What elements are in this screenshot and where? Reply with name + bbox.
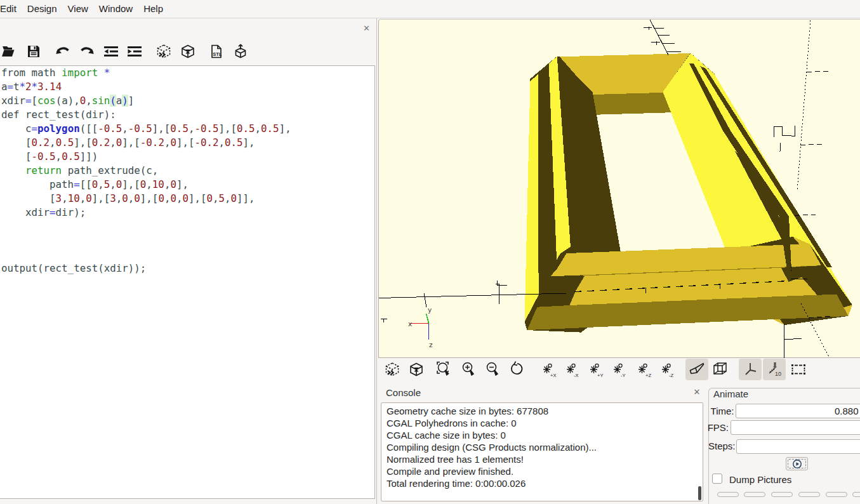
save-button[interactable] [25,42,43,61]
viewport-3d[interactable]: xyz [378,19,860,358]
code-line: a=t*2*3.14 [1,80,374,94]
code-line: path=[[0,5,0],[0,10,0], [1,178,374,192]
menu-edit[interactable]: Edit [0,0,22,18]
animate-panel: Animate Time:0.880FPS:Steps: Dump Pictur… [705,381,860,504]
code-line: xdir=[cos(a),0,sin(a)] [1,94,374,108]
print-3d-button[interactable] [232,42,249,61]
svg-text:+X: +X [550,373,556,378]
svg-text:-Z: -Z [669,373,673,378]
editor-panel: ✕ STL from math import *a=t*2*3.14xdir=[… [0,19,376,504]
code-line: return path_extrude(c, [1,164,374,178]
preview-button[interactable] [155,42,173,61]
panel-divider[interactable] [376,18,377,504]
zoom-out-button[interactable] [481,359,504,380]
zoom-all-button[interactable] [432,359,455,380]
zoom-in-button[interactable] [457,359,480,380]
vcr-button-1[interactable] [744,492,765,497]
code-line: from math import * [1,66,374,80]
axis-scale-label [774,126,782,127]
vcr-button-5[interactable] [852,492,860,497]
code-line: def rect_test(dir): [1,108,374,122]
animate-input-fps[interactable] [731,420,860,435]
show-axes-button[interactable] [739,359,762,380]
redo-button[interactable] [78,42,96,61]
render-button[interactable] [405,359,428,380]
animate-title: Animate [713,388,748,399]
view-top-icon: +Z [633,360,652,379]
view-front-button[interactable]: -Y [607,359,630,380]
view-all-button[interactable] [787,359,810,380]
vcr-button-4[interactable] [826,492,847,497]
play-button[interactable] [786,457,808,470]
dump-pictures-checkbox[interactable] [712,474,722,484]
object-face [525,74,539,322]
reset-view-button[interactable] [506,359,529,380]
console-line: Normalized tree has 1 elements! [387,453,703,465]
view-front-icon: -Y [609,360,628,379]
animate-input-time[interactable]: 0.880 [736,404,860,418]
menu-design[interactable]: Design [22,0,62,18]
render-button[interactable] [179,42,197,61]
vcr-button-0[interactable] [717,492,739,497]
render-icon [180,44,196,59]
editor-close-icon[interactable]: ✕ [362,23,371,33]
indent-icon [126,44,143,59]
console-line: Geometry cache size in bytes: 677808 [387,405,703,417]
orthographic-button[interactable] [709,359,732,380]
gizmo-y-axis [427,314,429,324]
axis-line [784,338,802,340]
perspective-button[interactable] [685,359,708,380]
code-content: from math import *a=t*2*3.14xdir=[cos(a)… [0,66,374,275]
console-close-icon[interactable]: ✕ [692,388,701,397]
axis-scale-label [497,285,508,286]
console-log[interactable]: Geometry cache size in bytes: 677808CGAL… [381,402,703,501]
show-axes-icon [741,360,760,379]
pythonscad-window: {"window":{"width":1355,"height":794},"c… [0,0,860,504]
vcr-button-2[interactable] [771,492,793,497]
view-right-icon: +X [538,360,557,379]
console-title: Console [386,387,421,398]
menu-window[interactable]: Window [93,0,138,18]
view-bottom-button[interactable]: -Z [655,359,678,380]
axis-tick-dashed [800,144,823,145]
show-scale-markers-button[interactable]: 10 [763,359,786,380]
open-button[interactable] [0,42,18,61]
axis-line [650,20,668,55]
console-scrollbar[interactable] [698,486,701,500]
save-icon [26,44,41,59]
code-line [1,234,374,248]
view-back-button[interactable]: +Y [583,359,606,380]
svg-text:-Y: -Y [621,373,626,378]
menu-bar: EditDesignViewWindowHelp [0,0,860,18]
perspective-icon [687,360,706,379]
show-scale-markers-icon: 10 [765,360,784,379]
console-line: Compile and preview finished. [387,465,703,477]
console-line: Total rendering time: 0:00:00.026 [387,477,703,489]
unindent-button[interactable] [102,42,120,61]
console-panel: Console ✕ Geometry cache size in bytes: … [379,381,705,504]
view-top-button[interactable]: +Z [632,359,654,380]
preview-button[interactable] [381,359,404,380]
animate-input-steps[interactable] [736,439,860,454]
render-icon [408,362,425,377]
gizmo-z-label: z [429,341,433,348]
export-stl-button[interactable]: STL [208,42,225,61]
axis-line [424,293,427,307]
code-line: c=polygon([[-0.5,-0.5],[0.5,-0.5],[0.5,0… [1,122,374,136]
redo-icon [79,44,95,59]
code-line: [-0.5,0.5]]) [1,150,374,164]
view-right-button[interactable]: +X [536,359,559,380]
axis-line-dotted [797,20,810,191]
indent-button[interactable] [126,42,143,61]
code-editor[interactable]: from math import *a=t*2*3.14xdir=[cos(a)… [0,65,375,499]
svg-text:STL: STL [213,51,222,57]
menu-view[interactable]: View [62,0,93,18]
vcr-button-3[interactable] [798,492,820,497]
view-left-button[interactable]: -X [560,359,583,380]
axis-scale-label [651,42,660,43]
menu-help[interactable]: Help [138,0,169,18]
open-icon [1,44,17,59]
console-line: CGAL cache size in bytes: 0 [387,429,703,441]
axis-scale-label [782,136,795,136]
undo-button[interactable] [54,42,72,61]
